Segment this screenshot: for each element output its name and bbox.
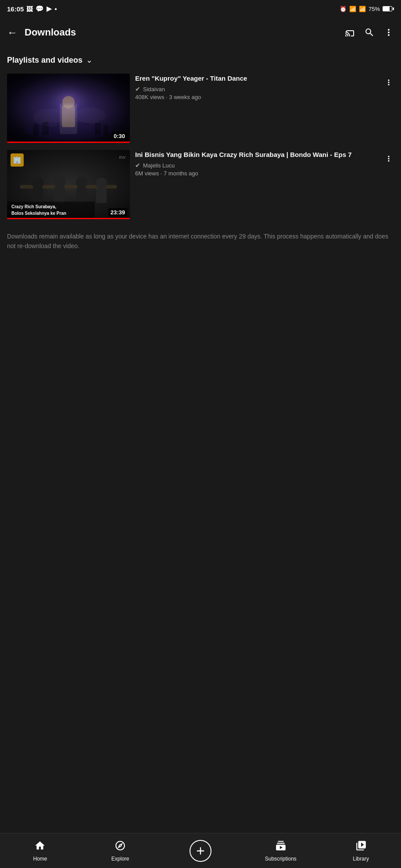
video-progress-bar [7, 218, 130, 219]
subscriptions-icon [275, 840, 286, 854]
svg-point-18 [76, 177, 87, 188]
bottom-nav: Home Explore Subscriptions [0, 833, 401, 868]
verified-badge-icon: ✔ [135, 162, 140, 169]
nav-item-explore[interactable]: Explore [80, 833, 161, 868]
more-options-button[interactable] [383, 27, 394, 38]
message-icon: 💬 [36, 5, 44, 13]
svg-text:Crazy Rich Surabaya,: Crazy Rich Surabaya, [11, 204, 56, 209]
cast-button[interactable] [345, 27, 355, 38]
video-progress-bar [7, 142, 130, 143]
chevron-down-icon: ⌄ [86, 55, 93, 65]
video-duration: 23:39 [108, 208, 127, 217]
svg-rect-15 [32, 188, 43, 203]
alarm-icon: ⏰ [340, 6, 347, 12]
subscriptions-label: Subscriptions [265, 856, 297, 862]
more-vertical-icon [384, 154, 393, 163]
svg-point-2 [33, 78, 104, 131]
svg-rect-5 [33, 124, 39, 136]
svg-point-14 [32, 177, 44, 189]
more-vertical-icon [383, 27, 394, 38]
svg-text:Bolos Sekolahnya ke Pran: Bolos Sekolahnya ke Pran [11, 211, 66, 216]
channel-name: Sidaivan [143, 86, 165, 92]
status-left: 16:05 🖼 💬 ▶ • [7, 5, 57, 13]
video-stats: 408K views · 3 weeks ago [135, 94, 381, 100]
library-label: Library [353, 856, 369, 862]
svg-rect-19 [76, 187, 87, 203]
add-button[interactable] [190, 840, 211, 862]
video-more-button[interactable] [383, 76, 395, 91]
nav-item-subscriptions[interactable]: Subscriptions [240, 833, 321, 868]
video-thumbnail: 🏢 BW Crazy Rich Surabaya, Bolos Sekolahn… [7, 150, 130, 219]
video-title: Ini Bisnis Yang Bikin Kaya Crazy Rich Su… [135, 150, 381, 159]
svg-rect-21 [96, 188, 107, 203]
svg-point-10 [33, 109, 68, 126]
wifi-icon: 📶 [349, 6, 356, 12]
svg-point-16 [54, 175, 66, 188]
signal-icon: 📶 [359, 6, 366, 12]
video-meta: ✔ Majelis Lucu [135, 162, 381, 169]
downloads-info-text: Downloads remain available as long as yo… [0, 223, 401, 260]
search-icon [364, 27, 375, 38]
svg-text:🏢: 🏢 [13, 156, 21, 164]
video-info: Eren "Kuproy" Yeager - Titan Dance ✔ Sid… [135, 74, 394, 100]
video-meta: ✔ Sidaivan [135, 85, 381, 92]
video-title: Eren "Kuproy" Yeager - Titan Dance [135, 74, 381, 83]
svg-rect-7 [104, 125, 108, 136]
video-list: 0:30 Eren "Kuproy" Yeager - Titan Dance … [0, 70, 401, 223]
nav-item-library[interactable]: Library [321, 833, 401, 868]
section-header[interactable]: Playlists and videos ⌄ [0, 47, 401, 70]
photo-icon: 🖼 [26, 5, 33, 13]
svg-rect-4 [42, 122, 49, 135]
battery-percent: 75% [369, 6, 380, 12]
video-duration: 0:30 [111, 132, 127, 140]
time-display: 16:05 [7, 5, 24, 13]
svg-point-20 [96, 178, 107, 189]
verified-badge-icon: ✔ [135, 85, 140, 92]
video-more-button[interactable] [383, 153, 395, 167]
toolbar: ← Downloads [0, 18, 401, 47]
search-button[interactable] [364, 27, 375, 38]
status-bar: 16:05 🖼 💬 ▶ • ⏰ 📶 📶 75% [0, 0, 401, 18]
video-info: Ini Bisnis Yang Bikin Kaya Crazy Rich Su… [135, 150, 394, 177]
nav-item-add[interactable] [161, 833, 241, 868]
explore-icon [115, 840, 126, 854]
explore-label: Explore [111, 856, 129, 862]
status-right: ⏰ 📶 📶 75% [340, 6, 394, 12]
video-item[interactable]: 0:30 Eren "Kuproy" Yeager - Titan Dance … [0, 70, 401, 146]
section-title: Playlists and videos [7, 56, 82, 65]
add-icon [194, 845, 207, 857]
home-icon [34, 840, 46, 854]
video-stats: 6M views · 7 months ago [135, 170, 381, 177]
home-label: Home [33, 856, 47, 862]
dot-indicator: • [54, 5, 57, 13]
svg-rect-17 [54, 186, 65, 203]
toolbar-actions [345, 27, 394, 38]
more-vertical-icon [384, 78, 393, 87]
nav-item-home[interactable]: Home [0, 833, 80, 868]
page-title: Downloads [25, 27, 345, 38]
svg-point-9 [62, 96, 75, 108]
cast-icon [345, 27, 355, 38]
video-item[interactable]: 🏢 BW Crazy Rich Surabaya, Bolos Sekolahn… [0, 146, 401, 223]
svg-rect-6 [95, 123, 101, 135]
svg-text:BW: BW [119, 155, 126, 160]
video-thumbnail: 0:30 [7, 74, 130, 143]
back-button[interactable]: ← [7, 26, 18, 39]
svg-point-3 [25, 122, 112, 139]
library-icon [355, 840, 367, 854]
battery-icon [383, 6, 394, 11]
channel-name: Majelis Lucu [143, 162, 175, 169]
youtube-icon: ▶ [47, 5, 52, 13]
svg-point-11 [75, 107, 106, 123]
svg-rect-8 [62, 105, 75, 127]
